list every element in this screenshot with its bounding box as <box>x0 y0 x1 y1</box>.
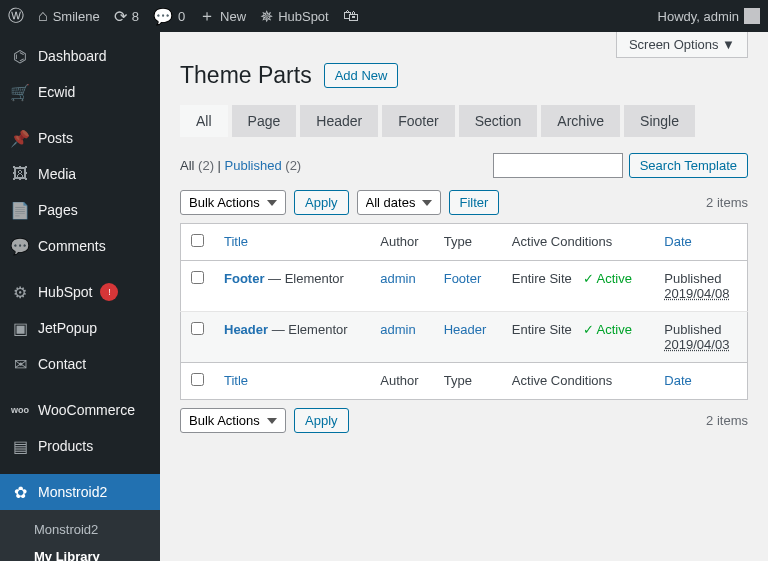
sidebar-item-contact[interactable]: ✉Contact <box>0 346 160 382</box>
row-date-value: 2019/04/08 <box>664 286 729 301</box>
sidebar-item-label: Ecwid <box>38 84 75 100</box>
bulk-actions-select[interactable]: Bulk Actions <box>180 190 286 215</box>
dashboard-icon: ⌬ <box>10 46 30 66</box>
tab-header[interactable]: Header <box>300 105 378 137</box>
pages-icon: 📄 <box>10 200 30 220</box>
type-tabs: AllPageHeaderFooterSectionArchiveSingle <box>180 105 748 137</box>
col-author: Author <box>370 224 433 261</box>
row-condition-scope: Entire Site <box>512 271 572 286</box>
sidebar-item-label: Monstroid2 <box>38 484 107 500</box>
published-filter[interactable]: Published <box>225 158 282 173</box>
row-type-link[interactable]: Header <box>444 322 487 337</box>
row-title-link[interactable]: Footer <box>224 271 264 286</box>
search-input[interactable] <box>493 153 623 178</box>
my-account[interactable]: Howdy, admin <box>658 8 760 24</box>
subsubsub: All (2) | Published (2) <box>180 158 301 173</box>
row-date-label: Published <box>664 271 737 286</box>
jetpopup-icon: ▣ <box>10 318 30 338</box>
row-date-label: Published <box>664 322 737 337</box>
sidebar-item-label: Contact <box>38 356 86 372</box>
row-author-link[interactable]: admin <box>380 271 415 286</box>
filter-button[interactable]: Filter <box>449 190 500 215</box>
apply-button[interactable]: Apply <box>294 190 349 215</box>
row-active-badge: ✓ Active <box>583 322 632 337</box>
row-suffix: — Elementor <box>268 322 347 337</box>
sidebar-item-label: Pages <box>38 202 78 218</box>
media-icon: 🖼 <box>10 164 30 184</box>
col-date[interactable]: Date <box>654 363 747 400</box>
sidebar-item-label: Posts <box>38 130 73 146</box>
wp-logo[interactable]: ⓦ <box>8 6 24 27</box>
sidebar-item-label: Media <box>38 166 76 182</box>
updates[interactable]: ⟳8 <box>114 7 139 26</box>
row-checkbox[interactable] <box>191 271 204 284</box>
row-title-link[interactable]: Header <box>224 322 268 337</box>
sidebar-item-label: Comments <box>38 238 106 254</box>
sidebar-item-label: WooCommerce <box>38 402 135 418</box>
add-new-button[interactable]: Add New <box>324 63 399 88</box>
sidebar-item-comments[interactable]: 💬Comments <box>0 228 160 264</box>
select-all-checkbox[interactable] <box>191 234 204 247</box>
search-template-button[interactable]: Search Template <box>629 153 748 178</box>
items-count-bottom: 2 items <box>706 413 748 428</box>
posts-icon: 📌 <box>10 128 30 148</box>
avatar <box>744 8 760 24</box>
submenu-item-monstroid2[interactable]: Monstroid2 <box>0 516 160 543</box>
products-icon: ▤ <box>10 436 30 456</box>
comments-icon: 💬 <box>10 236 30 256</box>
new-content[interactable]: ＋New <box>199 6 246 27</box>
row-date-value: 2019/04/03 <box>664 337 729 352</box>
col-title[interactable]: Title <box>214 363 370 400</box>
col-type: Type <box>434 363 502 400</box>
admin-bar: ⓦ ⌂Smilene ⟳8 💬0 ＋New ✵HubSpot 🛍 Howdy, … <box>0 0 768 32</box>
sidebar-item-pages[interactable]: 📄Pages <box>0 192 160 228</box>
row-condition-scope: Entire Site <box>512 322 572 337</box>
tab-single[interactable]: Single <box>624 105 695 137</box>
alert-badge: ! <box>100 283 118 301</box>
page-title: Theme Parts <box>180 62 312 89</box>
theme-parts-table: Title Author Type Active Conditions Date… <box>180 223 748 400</box>
hubspot-icon: ⚙ <box>10 282 30 302</box>
row-active-badge: ✓ Active <box>583 271 632 286</box>
sidebar-item-posts[interactable]: 📌Posts <box>0 120 160 156</box>
sidebar-item-label: JetPopup <box>38 320 97 336</box>
bulk-actions-select-bottom[interactable]: Bulk Actions <box>180 408 286 433</box>
sidebar-item-label: Dashboard <box>38 48 107 64</box>
apply-button-bottom[interactable]: Apply <box>294 408 349 433</box>
tab-page[interactable]: Page <box>232 105 297 137</box>
ecwid-icon: 🛒 <box>10 82 30 102</box>
date-filter-select[interactable]: All dates <box>357 190 441 215</box>
tab-section[interactable]: Section <box>459 105 538 137</box>
col-title[interactable]: Title <box>214 224 370 261</box>
row-suffix: — Elementor <box>264 271 343 286</box>
row-checkbox[interactable] <box>191 322 204 335</box>
tab-all[interactable]: All <box>180 105 228 137</box>
contact-icon: ✉ <box>10 354 30 374</box>
content-area: Screen Options ▼ Theme Parts Add New All… <box>160 32 768 561</box>
sidebar-item-ecwid[interactable]: 🛒Ecwid <box>0 74 160 110</box>
tab-archive[interactable]: Archive <box>541 105 620 137</box>
tab-footer[interactable]: Footer <box>382 105 454 137</box>
sidebar-item-dashboard[interactable]: ⌬Dashboard <box>0 38 160 74</box>
row-author-link[interactable]: admin <box>380 322 415 337</box>
sidebar-item-jetpopup[interactable]: ▣JetPopup <box>0 310 160 346</box>
col-type: Type <box>434 224 502 261</box>
sidebar-item-hubspot[interactable]: ⚙HubSpot! <box>0 274 160 310</box>
admin-sidebar: ⌬Dashboard🛒Ecwid📌Posts🖼Media📄Pages💬Comme… <box>0 32 160 561</box>
items-count: 2 items <box>706 195 748 210</box>
sidebar-item-media[interactable]: 🖼Media <box>0 156 160 192</box>
sidebar-item-monstroid2[interactable]: ✿Monstroid2 <box>0 474 160 510</box>
sidebar-item-products[interactable]: ▤Products <box>0 428 160 464</box>
col-date[interactable]: Date <box>654 224 747 261</box>
comments-bubble[interactable]: 💬0 <box>153 7 185 26</box>
hubspot-bar[interactable]: ✵HubSpot <box>260 7 329 26</box>
row-type-link[interactable]: Footer <box>444 271 482 286</box>
site-name[interactable]: ⌂Smilene <box>38 7 100 25</box>
submenu-item-my-library[interactable]: My Library <box>0 543 160 561</box>
screen-options-toggle[interactable]: Screen Options ▼ <box>616 32 748 58</box>
sidebar-item-woocommerce[interactable]: wooWooCommerce <box>0 392 160 428</box>
table-row: Footer — ElementoradminFooterEntire Site… <box>181 261 748 312</box>
cart-bar[interactable]: 🛍 <box>343 7 359 25</box>
woocommerce-icon: woo <box>10 400 30 420</box>
select-all-checkbox-bottom[interactable] <box>191 373 204 386</box>
